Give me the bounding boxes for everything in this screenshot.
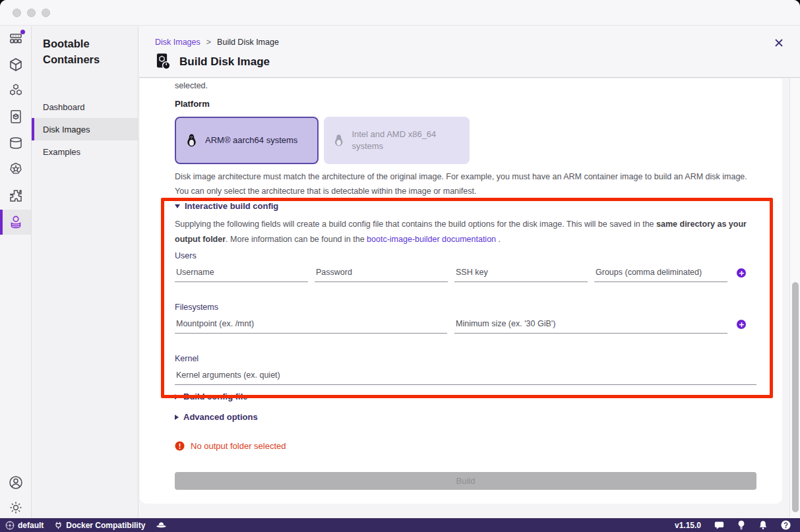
sidebar-item-label: Disk Images bbox=[43, 125, 90, 134]
rail-item-images[interactable] bbox=[0, 104, 31, 129]
window-controls bbox=[13, 9, 50, 17]
disk-image-icon bbox=[155, 53, 171, 71]
rail-item-settings[interactable] bbox=[0, 495, 31, 520]
containers-cube-icon bbox=[8, 57, 24, 73]
username-field[interactable] bbox=[175, 266, 308, 282]
rail-item-volumes[interactable] bbox=[0, 131, 31, 156]
plus-icon bbox=[739, 270, 745, 276]
filesystems-label: Filesystems bbox=[175, 303, 218, 312]
build-button[interactable]: Build bbox=[175, 472, 756, 490]
kubernetes-icon bbox=[8, 162, 24, 177]
notification-dot bbox=[20, 30, 25, 34]
error-message: No output folder selected bbox=[191, 441, 286, 451]
users-field-row bbox=[175, 266, 727, 282]
sidebar-item-dashboard[interactable]: Dashboard bbox=[32, 96, 138, 118]
feedback-bubble-icon bbox=[714, 521, 724, 530]
sidebar-item-label: Dashboard bbox=[43, 102, 85, 112]
chevron-right-icon bbox=[175, 415, 179, 420]
account-icon bbox=[8, 475, 24, 490]
gear-icon bbox=[8, 500, 24, 516]
rail-item-kubernetes[interactable] bbox=[0, 157, 31, 182]
content-area: selected. Platform ARM® aarch64 systems … bbox=[139, 78, 800, 518]
advanced-options-header[interactable]: Advanced options bbox=[175, 412, 258, 422]
help-icon bbox=[781, 520, 791, 530]
kernel-field-row bbox=[175, 369, 756, 385]
help-button[interactable] bbox=[781, 520, 791, 530]
interactive-build-config-description: Supplying the following fields will crea… bbox=[175, 217, 756, 247]
platform-arm-button[interactable]: ARM® aarch64 systems bbox=[175, 117, 319, 164]
build-config-file-title: Build config file bbox=[183, 392, 248, 401]
podman-hat-icon bbox=[156, 521, 167, 529]
groups-field[interactable] bbox=[594, 266, 727, 282]
lightbulb-icon bbox=[737, 520, 745, 530]
bootc-image-builder-doc-link[interactable]: bootc-image-builder documentation bbox=[367, 235, 496, 244]
docker-compatibility-label: Docker Compatibility bbox=[66, 521, 145, 530]
linux-tux-icon bbox=[185, 133, 199, 149]
kernel-label: Kernel bbox=[175, 354, 199, 363]
notifications-button[interactable] bbox=[758, 520, 768, 530]
bootable-containers-icon bbox=[8, 214, 24, 230]
chevron-down-icon bbox=[175, 204, 180, 208]
extension-sidebar: Bootable Containers Dashboard Disk Image… bbox=[32, 26, 138, 518]
window-titlebar bbox=[0, 0, 800, 26]
plus-icon bbox=[739, 322, 745, 328]
build-config-file-header[interactable]: Build config file bbox=[175, 392, 248, 401]
filesystems-field-row bbox=[175, 318, 727, 334]
plug-icon bbox=[54, 521, 63, 530]
breadcrumb: Disk Images > Build Disk Image bbox=[155, 38, 279, 47]
docker-compatibility-button[interactable]: Docker Compatibility bbox=[54, 521, 145, 530]
status-bar: default Docker Compatibility v1.15.0 bbox=[0, 518, 800, 532]
kube-context-label: default bbox=[18, 521, 44, 530]
rail-item-dashboard[interactable] bbox=[0, 26, 31, 51]
add-user-button[interactable] bbox=[737, 268, 746, 278]
add-filesystem-button[interactable] bbox=[737, 320, 746, 329]
interactive-build-config-title: Interactive build config bbox=[185, 201, 278, 211]
breadcrumb-disk-images-link[interactable]: Disk Images bbox=[155, 38, 200, 47]
rail-item-containers[interactable] bbox=[0, 52, 31, 77]
window-zoom-button[interactable] bbox=[42, 9, 50, 17]
close-icon[interactable] bbox=[774, 38, 784, 48]
rail-item-account[interactable] bbox=[0, 470, 31, 495]
kernel-arguments-field[interactable] bbox=[175, 369, 756, 385]
rail-item-pods[interactable] bbox=[0, 78, 31, 103]
password-field[interactable] bbox=[315, 266, 448, 282]
volumes-icon bbox=[8, 135, 24, 151]
platform-x86-label: Intel and AMD x86_64 systems bbox=[352, 129, 461, 152]
sidebar-item-examples[interactable]: Examples bbox=[32, 140, 138, 163]
chevron-right-icon bbox=[175, 394, 179, 399]
interactive-build-config-header[interactable]: Interactive build config bbox=[175, 201, 278, 211]
error-message-row: No output folder selected bbox=[175, 441, 286, 451]
puzzle-icon bbox=[8, 188, 24, 204]
tasks-button[interactable] bbox=[737, 520, 745, 530]
sidebar-item-label: Examples bbox=[43, 147, 80, 157]
scrollbar-thumb[interactable] bbox=[792, 282, 799, 512]
app-window: Bootable Containers Dashboard Disk Image… bbox=[0, 0, 800, 532]
podman-hat-button[interactable] bbox=[156, 521, 167, 529]
linux-tux-icon bbox=[332, 133, 345, 149]
scrollbar-track[interactable] bbox=[789, 78, 800, 518]
minimum-size-field[interactable] bbox=[454, 318, 727, 334]
rail-item-bootable-containers[interactable] bbox=[0, 210, 31, 235]
build-form-card: selected. Platform ARM® aarch64 systems … bbox=[140, 78, 782, 504]
page-header: Disk Images > Build Disk Image Build Dis… bbox=[139, 26, 800, 78]
feedback-button[interactable] bbox=[714, 521, 724, 530]
architecture-note: Disk image architecture must match the a… bbox=[175, 169, 762, 198]
images-icon bbox=[8, 109, 24, 125]
breadcrumb-current: Build Disk Image bbox=[217, 38, 279, 47]
mountpoint-field[interactable] bbox=[175, 318, 447, 334]
window-minimize-button[interactable] bbox=[27, 9, 36, 17]
pods-icon bbox=[8, 82, 24, 98]
platform-x86-button[interactable]: Intel and AMD x86_64 systems bbox=[324, 117, 470, 164]
nav-rail bbox=[0, 26, 32, 518]
advanced-options-title: Advanced options bbox=[183, 412, 258, 422]
rail-item-extensions[interactable] bbox=[0, 183, 31, 208]
ssh-key-field[interactable] bbox=[454, 266, 588, 282]
platform-label: Platform bbox=[175, 99, 210, 109]
sidebar-item-disk-images[interactable]: Disk Images bbox=[32, 118, 138, 140]
window-close-button[interactable] bbox=[13, 9, 21, 17]
page-title: Build Disk Image bbox=[179, 55, 270, 69]
description-text: . More information can be found in the bbox=[226, 235, 367, 244]
users-label: Users bbox=[175, 251, 197, 260]
kube-context-selector[interactable]: default bbox=[5, 521, 44, 530]
description-text: Supplying the following fields will crea… bbox=[175, 220, 656, 229]
